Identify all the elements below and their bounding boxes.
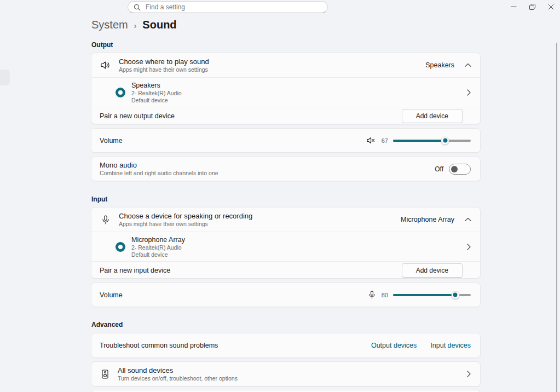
input-volume-label: Volume (100, 291, 123, 299)
chevron-right-icon (467, 244, 471, 250)
search-input[interactable] (146, 3, 322, 11)
input-selector-title: Choose a device for speaking or recordin… (119, 212, 252, 220)
breadcrumb-separator-icon: › (134, 20, 137, 30)
mono-audio-card: Mono audio Combine left and right audio … (91, 157, 481, 181)
search-bar[interactable] (128, 1, 328, 13)
mute-speaker-icon[interactable] (367, 137, 375, 144)
microphone-icon[interactable] (369, 291, 375, 299)
input-device-card: Choose a device for speaking or recordin… (91, 207, 481, 279)
chevron-up-icon (465, 217, 471, 222)
input-selector-subtitle: Apps might have their own settings (119, 221, 252, 227)
restore-button[interactable] (523, 0, 541, 14)
minimize-icon (511, 4, 517, 10)
input-section-label: Input (91, 195, 107, 203)
advanced-section-label: Advanced (91, 321, 123, 328)
slider-thumb[interactable] (451, 291, 459, 299)
output-device-card: Choose where to play sound Apps might ha… (91, 53, 481, 124)
input-device-status: Default device (131, 251, 185, 258)
slider-thumb[interactable] (441, 136, 449, 145)
output-pair-label: Pair a new output device (100, 112, 175, 120)
output-selector-subtitle: Apps might have their own settings (119, 67, 209, 73)
input-pair-label: Pair a new input device (100, 267, 170, 274)
input-selected-value: Microphone Array (401, 216, 454, 223)
speaker-device-icon (100, 370, 111, 379)
input-device-name: Microphone Array (131, 236, 185, 244)
input-device-row[interactable]: Microphone Array 2- Realtek(R) Audio Def… (91, 232, 480, 261)
output-volume-slider[interactable] (393, 136, 471, 145)
chevron-right-icon (467, 371, 471, 377)
add-output-device-button[interactable]: Add device (402, 109, 463, 123)
troubleshoot-title: Troubleshoot common sound problems (100, 342, 218, 349)
chevron-up-icon (465, 63, 471, 67)
page-title: Sound (142, 19, 176, 31)
output-device-status: Default device (131, 97, 182, 103)
slider-fill (393, 294, 455, 296)
input-devices-link[interactable]: Input devices (430, 342, 471, 349)
mono-audio-toggle[interactable] (449, 164, 471, 175)
all-sound-devices-subtitle: Turn devices on/off, troubleshoot, other… (118, 376, 238, 382)
add-input-device-button[interactable]: Add device (402, 263, 463, 278)
close-button[interactable] (541, 0, 560, 14)
mono-toggle-state-label: Off (435, 165, 443, 173)
input-volume-card: Volume 80 (91, 283, 481, 307)
output-volume-card: Volume 67 (91, 128, 481, 153)
breadcrumb: System › Sound (91, 19, 177, 31)
input-device-driver: 2- Realtek(R) Audio (131, 244, 185, 251)
breadcrumb-system[interactable]: System (91, 19, 128, 31)
mono-audio-title: Mono audio (100, 162, 218, 169)
output-device-name: Speakers (131, 82, 182, 89)
output-volume-value: 67 (379, 137, 388, 144)
mono-audio-subtitle: Combine left and right audio channels in… (100, 170, 218, 176)
slider-fill (393, 140, 445, 142)
chevron-right-icon (467, 89, 471, 96)
radio-selected-icon[interactable] (116, 242, 125, 252)
window-controls (504, 0, 560, 14)
output-selector-title: Choose where to play sound (119, 58, 209, 66)
nav-collapsed-indicator[interactable] (0, 70, 10, 85)
output-selector-row[interactable]: Choose where to play sound Apps might ha… (91, 53, 480, 77)
all-sound-devices-card[interactable]: All sound devices Turn devices on/off, t… (91, 361, 481, 387)
output-device-row[interactable]: Speakers 2- Realtek(R) Audio Default dev… (91, 78, 480, 107)
minimize-button[interactable] (504, 0, 523, 14)
troubleshoot-card: Troubleshoot common sound problems Outpu… (91, 333, 481, 358)
output-section-label: Output (91, 41, 113, 49)
output-volume-label: Volume (100, 137, 123, 145)
partial-card (91, 390, 481, 392)
output-device-driver: 2- Realtek(R) Audio (131, 90, 182, 96)
restore-icon (529, 4, 535, 10)
input-selector-row[interactable]: Choose a device for speaking or recordin… (91, 207, 480, 232)
toggle-knob (451, 166, 458, 172)
all-sound-devices-title: All sound devices (118, 367, 238, 374)
vertical-scrollbar[interactable] (556, 43, 557, 392)
speaker-icon (100, 61, 112, 70)
close-icon (548, 4, 554, 10)
output-pair-row: Pair a new output device Add device (91, 107, 480, 124)
search-icon (134, 4, 141, 11)
input-volume-value: 80 (379, 292, 388, 298)
radio-selected-icon[interactable] (116, 88, 125, 97)
input-pair-row: Pair a new input device Add device (91, 262, 480, 279)
output-devices-link[interactable]: Output devices (371, 342, 417, 349)
output-selected-value: Speakers (425, 61, 454, 69)
microphone-icon (100, 215, 112, 224)
input-volume-slider[interactable] (393, 291, 471, 299)
